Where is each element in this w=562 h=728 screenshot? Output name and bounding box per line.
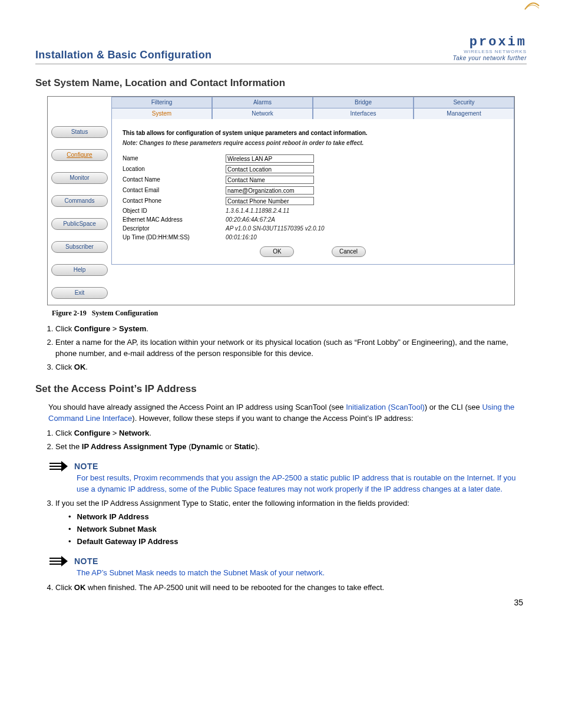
- page-header: Installation & Basic Configuration proxi…: [35, 35, 527, 64]
- logo-text: proxim: [470, 35, 527, 50]
- bullet-network-ip: Network IP Address: [68, 512, 527, 523]
- sidebar-item-status[interactable]: Status: [51, 126, 108, 138]
- note-arrow-icon: [48, 556, 68, 566]
- cancel-button[interactable]: Cancel: [332, 246, 366, 257]
- step-1: Click Configure > System.: [55, 324, 527, 335]
- tab-bridge[interactable]: Bridge: [313, 97, 414, 108]
- input-name[interactable]: Wireless LAN AP: [226, 154, 314, 163]
- tab-description: This tab allows for configuration of sys…: [123, 130, 503, 136]
- note-block-1: NOTE For best results, Proxim recommends…: [48, 461, 527, 495]
- note-text-1: For best results, Proxim recommends that…: [77, 473, 527, 495]
- logo-subtext: WIRELESS NETWORKS: [452, 50, 527, 55]
- ip-intro: You should have already assigned the Acc…: [48, 402, 527, 424]
- figure-title: System Configuration: [92, 309, 158, 317]
- link-scantool[interactable]: Initialization (ScanTool): [346, 403, 425, 411]
- label-contact-email: Contact Email: [123, 187, 226, 193]
- label-location: Location: [123, 166, 226, 172]
- bullet-gateway: Default Gateway IP Address: [68, 536, 527, 548]
- input-contact-name[interactable]: Contact Name: [226, 176, 314, 184]
- tab-alarms[interactable]: Alarms: [212, 97, 313, 108]
- tab-interfaces[interactable]: Interfaces: [313, 108, 414, 119]
- sidebar: Status Configure Monitor Commands Public…: [48, 97, 111, 305]
- note-arrow-icon: [48, 461, 68, 472]
- input-contact-phone[interactable]: Contact Phone Number: [226, 197, 314, 205]
- steps-ip-1: Click Configure > Network. Set the IP Ad…: [55, 428, 527, 453]
- section-heading-system-name: Set System Name, Location and Contact In…: [35, 77, 527, 89]
- label-name: Name: [123, 155, 226, 162]
- sidebar-item-monitor[interactable]: Monitor: [51, 172, 108, 184]
- tab-network[interactable]: Network: [212, 108, 313, 119]
- step-2: Enter a name for the AP, its location wi…: [55, 337, 527, 360]
- tab-management[interactable]: Management: [414, 108, 514, 119]
- ip-step-3: If you set the IP Address Assignment Typ…: [55, 498, 527, 547]
- tab-system[interactable]: System: [111, 108, 212, 119]
- svg-marker-7: [61, 556, 68, 566]
- tab-security[interactable]: Security: [414, 97, 514, 108]
- ip-step-4: Click OK when finished. The AP-2500 unit…: [55, 582, 527, 594]
- section-heading-ip-address: Set the Access Point’s IP Address: [35, 383, 527, 395]
- note-block-2: NOTE The AP’s Subnet Mask needs to match…: [48, 556, 527, 579]
- ok-button[interactable]: OK: [260, 246, 294, 257]
- label-uptime: Up Time (DD:HH:MM:SS): [123, 234, 226, 241]
- embedded-app-window: Status Configure Monitor Commands Public…: [47, 96, 515, 305]
- page-number: 35: [514, 598, 523, 607]
- input-contact-email[interactable]: name@Organization.com: [226, 186, 314, 195]
- value-object-id: 1.3.6.1.4.1.11898.2.4.11: [226, 207, 289, 214]
- step-3: Click OK.: [55, 362, 527, 373]
- input-location[interactable]: Contact Location: [226, 165, 314, 173]
- note-label: NOTE: [74, 462, 98, 471]
- tab-filtering[interactable]: Filtering: [111, 97, 212, 108]
- note-text-2: The AP’s Subnet Mask needs to match the …: [77, 568, 527, 579]
- note-label: NOTE: [74, 556, 98, 566]
- steps-system-name: Click Configure > System. Enter a name f…: [55, 324, 527, 373]
- steps-ip-3: Click OK when finished. The AP-2500 unit…: [55, 582, 527, 594]
- label-contact-phone: Contact Phone: [123, 197, 226, 204]
- label-descriptor: Descriptor: [123, 225, 226, 232]
- doc-title: Installation & Basic Configuration: [35, 49, 211, 61]
- swoosh-icon: [524, 1, 540, 11]
- figure-number: Figure 2-19: [52, 309, 87, 317]
- figure-caption: Figure 2-19 System Configuration: [52, 309, 527, 318]
- brand-logo: proxim WIRELESS NETWORKS Take your netwo…: [452, 35, 527, 61]
- ip-step-2: Set the IP Address Assignment Type (Dyna…: [55, 442, 527, 453]
- sidebar-item-commands[interactable]: Commands: [51, 195, 108, 207]
- label-object-id: Object ID: [123, 207, 226, 214]
- label-contact-name: Contact Name: [123, 176, 226, 183]
- tab-note: Note: Changes to these parameters requir…: [123, 140, 503, 146]
- value-descriptor: AP v1.0.0 SN-03UT11570395 v2.0.10: [226, 225, 325, 232]
- sidebar-item-subscriber[interactable]: Subscriber: [51, 241, 108, 253]
- logo-tagline: Take your network further: [452, 55, 527, 61]
- config-body: This tab allows for configuration of sys…: [111, 119, 514, 265]
- sidebar-item-exit[interactable]: Exit: [51, 287, 108, 299]
- tab-row-top: Filtering Alarms Bridge Security: [111, 97, 514, 108]
- steps-ip-2: If you set the IP Address Assignment Typ…: [55, 498, 527, 547]
- sidebar-item-publicspace[interactable]: PublicSpace: [51, 218, 108, 230]
- tab-row-bottom: System Network Interfaces Management: [111, 108, 514, 119]
- label-mac: Ethernet MAC Address: [123, 216, 226, 223]
- main-panel: Filtering Alarms Bridge Security System …: [111, 97, 514, 305]
- value-uptime: 00:01:16:10: [226, 234, 257, 241]
- sidebar-item-configure[interactable]: Configure: [51, 149, 108, 161]
- svg-marker-3: [61, 461, 68, 472]
- bullet-subnet: Network Subnet Mask: [68, 524, 527, 535]
- static-fields-list: Network IP Address Network Subnet Mask D…: [68, 512, 527, 548]
- value-mac: 00:20:A6:4A:67:2A: [226, 216, 275, 223]
- sidebar-item-help[interactable]: Help: [51, 264, 108, 276]
- ip-step-1: Click Configure > Network.: [55, 428, 527, 439]
